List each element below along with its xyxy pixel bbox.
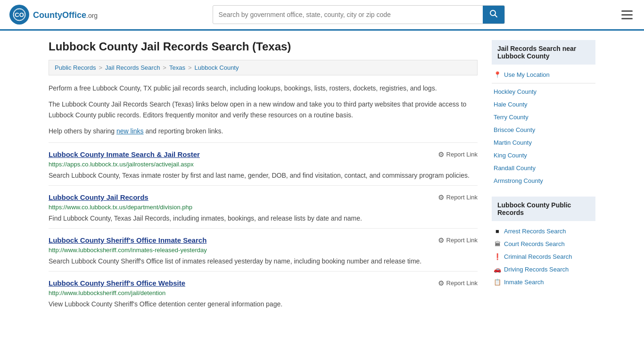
- sidebar-martin[interactable]: Martin County: [492, 136, 595, 149]
- criminal-icon: ❗: [494, 253, 501, 260]
- result-item-4: Lubbock County Sheriff's Office Website …: [49, 271, 478, 314]
- sidebar-court-records[interactable]: 🏛 Court Records Search: [492, 238, 595, 250]
- result-url-3: http://www.lubbocksheriff.com/inmates-re…: [49, 247, 478, 254]
- breadcrumb-lubbock-county[interactable]: Lubbock County: [195, 64, 239, 71]
- hale-county-link[interactable]: Hale County: [494, 101, 528, 108]
- sidebar-divider-1: [492, 83, 595, 83]
- report-link-3[interactable]: ⚙ Report Link: [438, 236, 478, 245]
- result-item-1: Lubbock County Inmate Search & Jail Rost…: [49, 142, 478, 185]
- page-title: Lubbock County Jail Records Search (Texa…: [49, 40, 478, 53]
- criminal-records-link[interactable]: Criminal Records Search: [504, 253, 572, 260]
- result-item-3: Lubbock County Sheriff's Office Inmate S…: [49, 228, 478, 271]
- sidebar-randall[interactable]: Randall County: [492, 162, 595, 174]
- description-para3: Help others by sharing new links and rep…: [49, 126, 478, 136]
- results-list: Lubbock County Inmate Search & Jail Rost…: [49, 142, 478, 314]
- nearby-section: Jail Records Search near Lubbock County …: [492, 40, 595, 187]
- nearby-header: Jail Records Search near Lubbock County: [492, 40, 595, 65]
- martin-county-link[interactable]: Martin County: [494, 139, 532, 146]
- result-title-2[interactable]: Lubbock County Jail Records: [49, 193, 149, 201]
- arrest-icon: ■: [494, 228, 501, 235]
- inmate-icon: 📋: [494, 279, 501, 286]
- logo-text: CountyOffice.org: [33, 9, 98, 20]
- report-icon-3: ⚙: [438, 236, 444, 245]
- arrest-records-link[interactable]: Arrest Records Search: [504, 228, 566, 235]
- breadcrumb-sep-1: >: [99, 64, 102, 71]
- sidebar-armstrong[interactable]: Armstrong County: [492, 174, 595, 187]
- result-desc-3: Search Lubbock County Sheriff's Office l…: [49, 256, 478, 266]
- public-records-header: Lubbock County Public Records: [492, 197, 595, 221]
- search-button[interactable]: [483, 6, 504, 24]
- sidebar-hale[interactable]: Hale County: [492, 98, 595, 111]
- report-icon-1: ⚙: [438, 150, 444, 159]
- sidebar-hockley[interactable]: Hockley County: [492, 85, 595, 98]
- breadcrumb-public-records[interactable]: Public Records: [55, 64, 96, 71]
- court-icon: 🏛: [494, 240, 501, 247]
- breadcrumb-sep-3: >: [188, 64, 192, 71]
- result-header-3: Lubbock County Sheriff's Office Inmate S…: [49, 236, 478, 245]
- sidebar-driving-records[interactable]: 🚗 Driving Records Search: [492, 263, 595, 276]
- sidebar-inmate-search[interactable]: 📋 Inmate Search: [492, 276, 595, 288]
- result-title-1[interactable]: Lubbock County Inmate Search & Jail Rost…: [49, 150, 200, 158]
- sidebar-arrest-records[interactable]: ■ Arrest Records Search: [492, 225, 595, 238]
- king-county-link[interactable]: King County: [494, 152, 527, 159]
- site-header: CO CountyOffice.org: [0, 0, 644, 31]
- result-url-1: https://apps.co.lubbock.tx.us/jailroster…: [49, 161, 478, 168]
- location-pin-icon: 📍: [494, 71, 501, 78]
- report-link-2[interactable]: ⚙ Report Link: [438, 193, 478, 202]
- report-link-4[interactable]: ⚙ Report Link: [438, 279, 478, 288]
- sidebar-criminal-records[interactable]: ❗ Criminal Records Search: [492, 250, 595, 263]
- driving-records-link[interactable]: Driving Records Search: [504, 266, 569, 273]
- report-link-1[interactable]: ⚙ Report Link: [438, 150, 478, 159]
- result-item-2: Lubbock County Jail Records ⚙ Report Lin…: [49, 185, 478, 228]
- result-header-4: Lubbock County Sheriff's Office Website …: [49, 279, 478, 288]
- breadcrumb-jail-records-search[interactable]: Jail Records Search: [105, 64, 160, 71]
- content-area: Lubbock County Jail Records Search (Texa…: [49, 40, 478, 314]
- result-desc-1: Search Lubbock County, Texas inmate rost…: [49, 171, 478, 181]
- breadcrumb: Public Records > Jail Records Search > T…: [49, 60, 478, 75]
- svg-text:CO: CO: [15, 11, 24, 18]
- terry-county-link[interactable]: Terry County: [494, 114, 528, 121]
- briscoe-county-link[interactable]: Briscoe County: [494, 126, 535, 133]
- result-header-2: Lubbock County Jail Records ⚙ Report Lin…: [49, 193, 478, 202]
- public-records-section: Lubbock County Public Records ■ Arrest R…: [492, 197, 595, 288]
- use-my-location-link[interactable]: Use My Location: [504, 71, 550, 78]
- sidebar-terry[interactable]: Terry County: [492, 111, 595, 123]
- result-header-1: Lubbock County Inmate Search & Jail Rost…: [49, 150, 478, 159]
- breadcrumb-sep-2: >: [163, 64, 166, 71]
- main-layout: Lubbock County Jail Records Search (Texa…: [39, 31, 605, 314]
- randall-county-link[interactable]: Randall County: [494, 165, 536, 172]
- sidebar-king[interactable]: King County: [492, 149, 595, 162]
- breadcrumb-texas[interactable]: Texas: [169, 64, 185, 71]
- result-desc-2: Find Lubbock County, Texas Jail Records,…: [49, 214, 478, 223]
- logo-area: CO CountyOffice.org: [9, 5, 98, 25]
- sidebar-briscoe[interactable]: Briscoe County: [492, 123, 595, 136]
- logo-icon: CO: [9, 5, 29, 25]
- new-links-link[interactable]: new links: [116, 127, 144, 135]
- armstrong-county-link[interactable]: Armstrong County: [494, 177, 543, 184]
- search-input[interactable]: [213, 7, 483, 22]
- report-icon-4: ⚙: [438, 279, 444, 288]
- result-url-4: http://www.lubbocksheriff.com/jail/deten…: [49, 289, 478, 296]
- hockley-county-link[interactable]: Hockley County: [494, 88, 537, 95]
- description-para2: The Lubbock County Jail Records Search (…: [49, 99, 478, 120]
- use-location-item[interactable]: 📍 Use My Location: [492, 68, 595, 81]
- svg-line-4: [495, 15, 497, 17]
- description-para1: Perform a free Lubbock County, TX public…: [49, 83, 478, 93]
- result-title-4[interactable]: Lubbock County Sheriff's Office Website: [49, 279, 185, 287]
- menu-button[interactable]: [619, 8, 635, 21]
- inmate-search-link[interactable]: Inmate Search: [504, 279, 544, 286]
- sidebar: Jail Records Search near Lubbock County …: [492, 40, 595, 314]
- driving-icon: 🚗: [494, 266, 501, 273]
- result-desc-4: View Lubbock County Sheriff's Office det…: [49, 299, 478, 309]
- result-url-2: https://www.co.lubbock.tx.us/department/…: [49, 204, 478, 211]
- result-title-3[interactable]: Lubbock County Sheriff's Office Inmate S…: [49, 236, 206, 244]
- report-icon-2: ⚙: [438, 193, 444, 202]
- court-records-link[interactable]: Court Records Search: [504, 240, 565, 247]
- search-area: [213, 5, 505, 24]
